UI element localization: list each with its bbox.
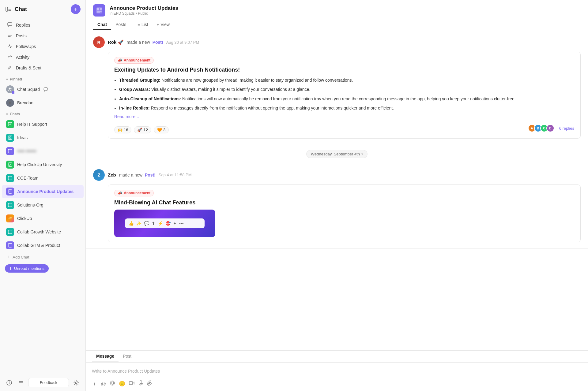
input-video-icon[interactable] (129, 380, 134, 387)
input-tab-message[interactable]: Message (92, 351, 119, 362)
chats-section-label[interactable]: ▼ Chats (0, 110, 85, 117)
read-more-link[interactable]: Read more... (114, 114, 574, 119)
sidebar-item-ideas-label: Ideas (17, 135, 28, 140)
sidebar-item-posts-label: Posts (16, 33, 27, 38)
footer-info-icon[interactable] (5, 378, 13, 387)
sidebar-item-collab-gtm[interactable]: Collab GTM & Product (2, 239, 84, 252)
upload-icon[interactable]: ⬆ (152, 221, 155, 226)
input-plus-icon[interactable]: ＋ (92, 380, 97, 387)
input-tab-post[interactable]: Post (119, 351, 136, 362)
collab-growth-avatar (6, 228, 14, 236)
reaction-heart[interactable]: 🧡 3 (154, 126, 169, 133)
sidebar-item-brendan[interactable]: B Brendan (2, 96, 84, 109)
chat-icon[interactable]: 💬 (144, 221, 149, 226)
solutions-org-avatar (6, 201, 14, 209)
reaction-clap-count: 16 (124, 128, 128, 132)
sidebar-item-followups-label: FollowUps (16, 44, 36, 49)
sidebar-item-followups[interactable]: FollowUps (2, 41, 84, 52)
announce-avatar (6, 188, 14, 195)
date-pill[interactable]: Wednesday, September 4th ▾ (306, 150, 368, 158)
sidebar-item-chat-squad[interactable]: Chat Squad 💬 (2, 83, 84, 96)
pinned-section-label[interactable]: ▼ Pinned (0, 75, 85, 83)
tab-list[interactable]: ≡ List (133, 20, 152, 30)
tab-chat[interactable]: Chat (93, 20, 111, 30)
sidebar-item-drafts[interactable]: Drafts & Sent (2, 63, 84, 73)
reaction-clap[interactable]: 🙌 16 (114, 126, 131, 133)
sidebar-item-blurred-label: ••••• ••••••• (17, 149, 36, 154)
footer-list-icon[interactable] (17, 378, 25, 387)
date-divider: Wednesday, September 4th ▾ (86, 145, 588, 163)
message-block-zeb: Z Zeb made a new Post! Sep 4 at 11:58 PM… (86, 163, 588, 249)
announcement-list-rok: Threaded Grouping: Notifications are now… (114, 77, 574, 112)
gear-icon[interactable] (72, 378, 81, 387)
reply-count[interactable]: 6 replies (559, 126, 574, 131)
reply-avatars: A B C D (528, 124, 554, 132)
chat-squad-badge (12, 91, 15, 94)
announcement-badge-zeb-icon: 📣 (118, 191, 122, 195)
unread-mentions-container: ⬇ Unread mentions (0, 262, 85, 275)
sidebar-item-clickup[interactable]: ClickUp (2, 212, 84, 225)
svg-rect-15 (8, 203, 12, 207)
sidebar-item-help-it[interactable]: Help IT Support (2, 118, 84, 131)
sparkle-icon[interactable]: ✨ (136, 221, 141, 226)
post-link-zeb[interactable]: Post! (145, 173, 156, 177)
channel-subtitle: in EPD Squads • Public (110, 11, 178, 16)
svg-rect-28 (97, 11, 102, 12)
tab-view[interactable]: + View (153, 20, 174, 30)
add-chat-icon: + (7, 254, 10, 260)
input-attachment-icon[interactable] (147, 380, 153, 387)
sidebar-item-coe-team[interactable]: COE-Team (2, 172, 84, 184)
sidebar-item-announce[interactable]: Announce Product Updates (2, 185, 84, 198)
message-meta-rok: R Rok 🚀 made a new Post! Aug 30 at 9:07 … (93, 36, 581, 48)
input-mic-icon[interactable] (138, 380, 144, 387)
input-emoji-icon[interactable]: 🙂 (119, 381, 125, 387)
input-at-icon[interactable]: @ (101, 381, 106, 387)
date-arrow: ▾ (361, 152, 363, 156)
more-icon[interactable]: ••• (179, 221, 184, 226)
reaction-rocket-emoji: 🚀 (137, 128, 142, 132)
time-rok: Aug 30 at 9:07 PM (166, 40, 199, 45)
sidebar-collapse-icon[interactable] (5, 6, 12, 13)
sidebar-item-announce-label: Announce Product Updates (17, 189, 74, 194)
sparkles-icon[interactable]: ✦ (173, 221, 177, 226)
sidebar-item-blurred[interactable]: ••••• ••••••• (2, 145, 84, 158)
sidebar-item-help-clickup[interactable]: Help ClickUp University (2, 158, 84, 171)
add-chat-button[interactable]: + Add Chat (2, 252, 84, 262)
sidebar-item-posts[interactable]: Posts (2, 31, 84, 41)
sidebar-item-solutions-org[interactable]: Solutions-Org (2, 199, 84, 211)
sidebar-title-row: Chat (5, 6, 27, 13)
announcement-badge-icon: 📣 (118, 58, 122, 62)
input-field-row: Write to Announce Product Updates (86, 363, 588, 378)
svg-rect-26 (97, 8, 99, 10)
message-input-area: Message Post Write to Announce Product U… (86, 350, 588, 391)
unread-mentions-button[interactable]: ⬇ Unread mentions (5, 264, 49, 273)
sidebar-item-replies-label: Replies (16, 23, 30, 28)
tab-posts[interactable]: Posts (111, 20, 130, 30)
message-input-field[interactable]: Write to Announce Product Updates (92, 367, 582, 375)
feedback-button[interactable]: Feedback (28, 378, 69, 387)
sidebar-item-collab-gtm-label: Collab GTM & Product (17, 243, 60, 248)
announcement-badge-text: Announcement (124, 58, 150, 62)
post-link-rok[interactable]: Post! (153, 40, 163, 45)
sidebar-item-chat-squad-label: Chat Squad (17, 87, 40, 92)
thumbsup-icon[interactable]: 👍 (129, 221, 134, 226)
add-button[interactable]: + (71, 4, 81, 14)
sidebar: Chat + Replies Posts FollowUps (0, 0, 86, 391)
sidebar-item-replies[interactable]: Replies (2, 20, 84, 30)
view-plus-icon: + (157, 22, 159, 27)
chat-area: R Rok 🚀 made a new Post! Aug 30 at 9:07 … (86, 30, 588, 350)
sidebar-item-collab-growth[interactable]: Collab Growth Website (2, 225, 84, 238)
input-mention-icon[interactable] (110, 380, 115, 387)
reaction-rocket[interactable]: 🚀 12 (134, 126, 151, 133)
drafts-icon (7, 65, 13, 71)
sidebar-item-ideas[interactable]: Ideas (2, 131, 84, 144)
bolt-icon[interactable]: ⚡ (158, 221, 163, 226)
target-icon[interactable]: 🎯 (165, 221, 171, 226)
list-item: In-line Replies: Respond to messages dir… (119, 105, 574, 111)
main-content: Announce Product Updates in EPD Squads •… (86, 0, 588, 391)
sidebar-item-solutions-org-label: Solutions-Org (17, 203, 43, 207)
sidebar-item-activity[interactable]: Activity (2, 52, 84, 62)
sidebar-item-activity-label: Activity (16, 55, 29, 60)
svg-rect-33 (140, 381, 142, 384)
sidebar-footer: Feedback (0, 374, 85, 391)
